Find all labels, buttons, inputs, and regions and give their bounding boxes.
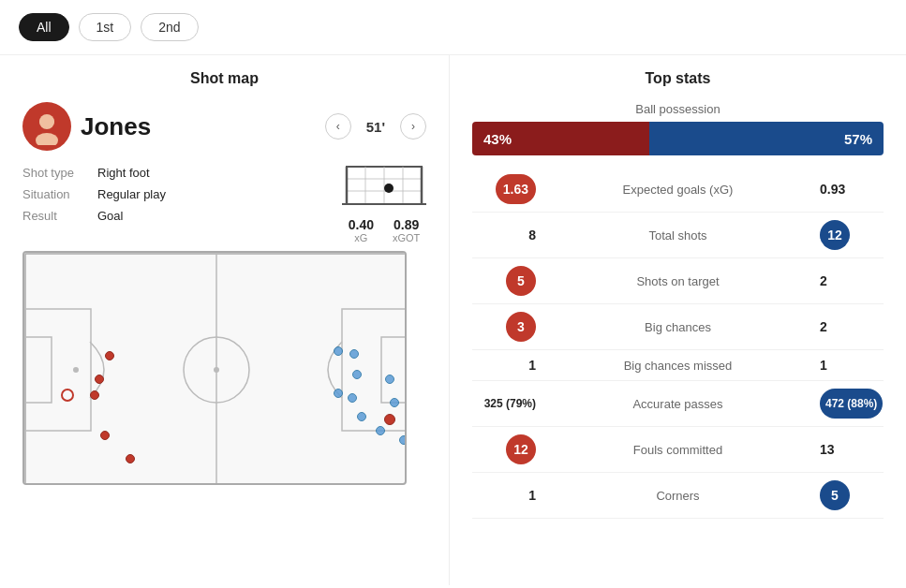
shot-dot-red-3: [61, 389, 74, 402]
shot-dot-red-4: [90, 390, 99, 400]
stat-left-fouls: 12: [472, 434, 547, 464]
stat-left-accurate-passes: 325 (79%): [472, 397, 547, 410]
situation-value: Regular play: [97, 187, 166, 201]
stat-left-total-shots: 8: [472, 228, 547, 243]
situation-label: Situation: [22, 187, 97, 201]
second-half-button[interactable]: 2nd: [141, 13, 198, 41]
svg-rect-20: [342, 309, 407, 431]
player-row: Jones ‹ 51' ›: [22, 102, 426, 151]
stat-row-shots-on-target: 5 Shots on target 2: [472, 258, 884, 304]
shot-dot-blue-8: [376, 426, 385, 435]
svg-point-2: [39, 116, 54, 127]
accurate-passes-right-badge: 472 (88%): [820, 389, 883, 419]
shot-dot-red-1: [105, 351, 114, 360]
xg-left-badge: 1.63: [496, 174, 536, 204]
top-stats-panel: Top stats Ball possession 43% 57% 1.63 E…: [450, 55, 906, 585]
shot-map-panel: Shot map Jones ‹ 51' › Shot type Right f…: [0, 55, 450, 585]
top-stats-title: Top stats: [472, 70, 884, 87]
goal-net-section: 0.40 xG 0.89 xGOT: [342, 162, 426, 243]
stat-right-big-chances: 2: [809, 319, 884, 334]
shot-dot-blue-4: [348, 393, 357, 403]
shots-on-target-left-badge: 5: [506, 266, 536, 296]
stat-center-shots-on-target: Shots on target: [547, 274, 809, 288]
stat-row-big-chances: 3 Big chances 2: [472, 304, 884, 350]
stat-center-xg: Expected goals (xG): [547, 183, 809, 197]
stat-right-fouls: 13: [809, 442, 884, 457]
stat-right-total-shots: 12: [809, 220, 884, 250]
shot-type-label: Shot type: [22, 166, 97, 180]
big-chances-left-badge: 3: [506, 312, 536, 342]
stat-left-big-chances: 3: [472, 312, 547, 342]
svg-point-9: [384, 184, 394, 193]
stat-left-corners: 1: [472, 488, 547, 503]
shot-map-title: Shot map: [22, 70, 426, 87]
first-half-button[interactable]: 1st: [79, 13, 132, 41]
xg-label: xG: [354, 232, 367, 243]
xg-item: 0.40 xG: [349, 217, 374, 243]
goal-net-svg: [342, 162, 426, 213]
fouls-left-badge: 12: [506, 434, 536, 464]
xgot-label: xGOT: [393, 232, 420, 243]
possession-label: Ball possession: [472, 102, 884, 116]
shot-dot-blue-1: [349, 349, 359, 359]
shot-dot-goal: [384, 414, 395, 425]
xgot-item: 0.89 xGOT: [393, 217, 420, 243]
possession-bar: 43% 57%: [472, 122, 884, 155]
shot-dot-blue-3: [334, 389, 343, 398]
player-name: Jones: [81, 112, 316, 141]
all-button[interactable]: All: [19, 13, 69, 41]
result-label: Result: [22, 209, 97, 223]
prev-shot-button[interactable]: ‹: [325, 113, 351, 140]
corners-right-badge: 5: [820, 480, 850, 510]
player-avatar: [22, 102, 71, 151]
stat-row-accurate-passes: 325 (79%) Accurate passes 472 (88%): [472, 381, 884, 427]
top-bar: All 1st 2nd: [0, 0, 906, 55]
stat-row-total-shots: 8 Total shots 12: [472, 213, 884, 258]
next-shot-button[interactable]: ›: [400, 113, 426, 140]
stat-center-total-shots: Total shots: [547, 228, 809, 243]
svg-rect-17: [25, 309, 91, 431]
svg-point-1: [36, 133, 58, 145]
stat-right-shots-on-target: 2: [809, 273, 884, 288]
xg-value: 0.40: [349, 217, 374, 232]
stat-right-corners: 5: [809, 480, 884, 510]
result-value: Goal: [97, 209, 123, 223]
possession-red: 43%: [472, 122, 649, 155]
shot-dot-blue-10: [334, 346, 343, 356]
shot-time: 51': [366, 119, 385, 135]
svg-point-16: [214, 367, 219, 373]
stat-right-big-chances-missed: 1: [809, 358, 884, 373]
svg-rect-21: [381, 337, 407, 403]
stat-left-xg: 1.63: [472, 174, 547, 204]
shot-dot-blue-6: [385, 375, 394, 384]
stat-row-corners: 1 Corners 5: [472, 473, 884, 519]
stat-center-big-chances: Big chances: [547, 320, 809, 334]
xg-row: 0.40 xG 0.89 xGOT: [349, 217, 421, 243]
shot-dot-blue-2: [352, 370, 362, 379]
shot-dot-red-2: [95, 375, 104, 384]
stat-center-fouls: Fouls committed: [547, 443, 809, 457]
stat-center-accurate-passes: Accurate passes: [547, 397, 809, 411]
shot-dot-blue-7: [390, 398, 399, 407]
shot-type-value: Right foot: [97, 166, 150, 180]
shot-dot-red-6: [126, 454, 135, 463]
svg-rect-18: [25, 337, 52, 403]
shot-details: Shot type Right foot Situation Regular p…: [22, 166, 166, 223]
shot-dot-red-5: [100, 431, 110, 440]
total-shots-right-badge: 12: [820, 220, 850, 250]
stat-row-fouls: 12 Fouls committed 13: [472, 427, 884, 473]
stat-center-corners: Corners: [547, 489, 809, 503]
stat-center-big-chances-missed: Big chances missed: [547, 359, 809, 373]
shot-dot-blue-5: [357, 412, 366, 421]
shot-map-field: [22, 251, 407, 485]
stat-right-xg: 0.93: [809, 182, 884, 197]
stat-right-accurate-passes: 472 (88%): [809, 389, 884, 419]
stat-row-xg: 1.63 Expected goals (xG) 0.93: [472, 167, 884, 213]
possession-blue: 57%: [649, 122, 884, 155]
shot-dot-blue-9: [399, 435, 407, 445]
stat-row-big-chances-missed: 1 Big chances missed 1: [472, 350, 884, 381]
svg-point-19: [73, 367, 79, 373]
stat-left-shots-on-target: 5: [472, 266, 547, 296]
xgot-value: 0.89: [394, 217, 419, 232]
stat-left-big-chances-missed: 1: [472, 358, 547, 373]
